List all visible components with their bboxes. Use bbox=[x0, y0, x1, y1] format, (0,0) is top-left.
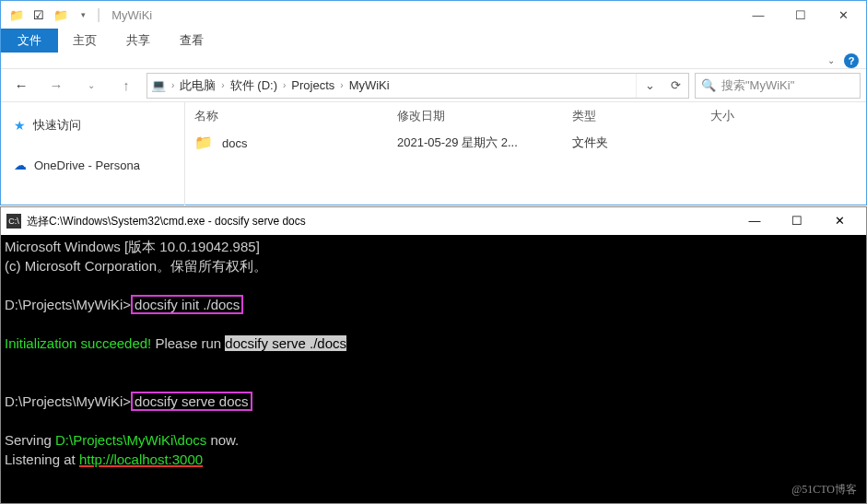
crumb-projects[interactable]: Projects bbox=[291, 78, 334, 92]
url-link[interactable]: http://localhost:3000 bbox=[79, 451, 203, 467]
highlighted-text: docsify serve ./docs bbox=[225, 335, 346, 351]
folder-icon: 📁 bbox=[6, 5, 27, 25]
watermark: @51CTO博客 bbox=[791, 482, 857, 498]
window-controls: — ☐ ✕ bbox=[737, 1, 864, 29]
maximize-button[interactable]: ☐ bbox=[776, 207, 818, 235]
line: now. bbox=[206, 432, 239, 448]
search-icon: 🔍 bbox=[701, 78, 716, 92]
tab-home[interactable]: 主页 bbox=[58, 29, 111, 53]
prompt: D:\Projects\MyWiKi> bbox=[5, 297, 131, 312]
window-title: MyWiKi bbox=[100, 8, 152, 22]
highlighted-command: docsify serve docs bbox=[131, 392, 252, 411]
minimize-button[interactable]: — bbox=[733, 207, 776, 235]
explorer-titlebar: 📁 ☑ 📁 ▾ | MyWiKi — ☐ ✕ bbox=[1, 1, 866, 29]
nav-pane: ★ 快速访问 ☁ OneDrive - Persona bbox=[1, 102, 185, 205]
col-size[interactable]: 大小 bbox=[710, 108, 803, 124]
cell-type: 文件夹 bbox=[572, 135, 710, 151]
cloud-icon: ☁ bbox=[14, 158, 27, 172]
file-explorer-window: 📁 ☑ 📁 ▾ | MyWiKi — ☐ ✕ 文件 主页 共享 查看 ⌄ ? ←… bbox=[0, 0, 867, 205]
quick-access-toolbar: 📁 ☑ 📁 ▾ bbox=[3, 5, 97, 25]
crumb-drive[interactable]: 软件 (D:) bbox=[230, 77, 277, 94]
success-text: Initialization succeeded! bbox=[5, 335, 151, 351]
cell-name: 📁docs bbox=[194, 134, 397, 151]
window-controls: — ☐ ✕ bbox=[733, 207, 861, 235]
sidebar-item-quick-access[interactable]: ★ 快速访问 bbox=[1, 111, 184, 139]
highlighted-command: docsify init ./docs bbox=[131, 295, 243, 314]
search-placeholder: 搜索"MyWiKi" bbox=[721, 77, 794, 94]
breadcrumb: 💻 › 此电脑 › 软件 (D:) › Projects › MyWiKi bbox=[147, 77, 636, 94]
close-button[interactable]: ✕ bbox=[818, 207, 861, 235]
tab-share[interactable]: 共享 bbox=[111, 29, 165, 53]
sidebar-item-label: 快速访问 bbox=[33, 117, 81, 134]
recent-dropdown[interactable]: ⌄ bbox=[76, 73, 106, 99]
crumb-pc[interactable]: 此电脑 bbox=[180, 77, 216, 94]
column-headers: 名称 修改日期 类型 大小 bbox=[185, 102, 866, 130]
cmd-window: C:\ 选择C:\Windows\System32\cmd.exe - docs… bbox=[0, 206, 867, 504]
line: Listening at bbox=[5, 451, 79, 467]
cmd-title: 选择C:\Windows\System32\cmd.exe - docsify … bbox=[27, 214, 306, 229]
pc-icon: 💻 bbox=[151, 78, 166, 92]
qat-dropdown-icon[interactable]: ▾ bbox=[73, 5, 93, 25]
prompt: D:\Projects\MyWiKi> bbox=[5, 393, 131, 409]
up-button[interactable]: ↑ bbox=[111, 73, 141, 99]
col-type[interactable]: 类型 bbox=[572, 108, 710, 124]
chevron-right-icon: › bbox=[336, 80, 346, 90]
address-bar[interactable]: 💻 › 此电脑 › 软件 (D:) › Projects › MyWiKi ⌄ … bbox=[146, 73, 689, 99]
star-icon: ★ bbox=[14, 118, 26, 133]
maximize-button[interactable]: ☐ bbox=[779, 1, 822, 29]
ribbon-toolbar: ⌄ ? bbox=[1, 53, 866, 69]
chevron-right-icon: › bbox=[279, 80, 289, 90]
address-controls: ⌄ ⟳ bbox=[636, 74, 688, 98]
ribbon-tabs: 文件 主页 共享 查看 bbox=[1, 29, 866, 53]
line: (c) Microsoft Corporation。保留所有权利。 bbox=[5, 258, 267, 274]
line: Please run bbox=[151, 335, 225, 351]
explorer-content: ★ 快速访问 ☁ OneDrive - Persona 名称 修改日期 类型 大… bbox=[1, 102, 866, 205]
chevron-right-icon: › bbox=[168, 80, 178, 90]
cell-date: 2021-05-29 星期六 2... bbox=[397, 135, 572, 151]
cmd-icon: C:\ bbox=[6, 214, 21, 229]
minimize-button[interactable]: — bbox=[737, 1, 779, 29]
help-icon[interactable]: ? bbox=[844, 53, 859, 68]
refresh-button[interactable]: ⟳ bbox=[662, 74, 688, 98]
sidebar-item-label: OneDrive - Persona bbox=[34, 158, 140, 172]
folder-icon: 📁 bbox=[194, 135, 213, 150]
table-row[interactable]: 📁docs 2021-05-29 星期六 2... 文件夹 bbox=[185, 130, 866, 155]
back-button[interactable]: ← bbox=[6, 73, 36, 99]
navigation-bar: ← → ⌄ ↑ 💻 › 此电脑 › 软件 (D:) › Projects › M… bbox=[1, 69, 866, 102]
folder-small-icon[interactable]: 📁 bbox=[51, 5, 71, 25]
close-button[interactable]: ✕ bbox=[822, 1, 864, 29]
tab-view[interactable]: 查看 bbox=[165, 29, 218, 53]
tab-file[interactable]: 文件 bbox=[1, 29, 58, 53]
path-text: D:\Projects\MyWiKi\docs bbox=[55, 432, 206, 448]
crumb-mywiki[interactable]: MyWiKi bbox=[349, 78, 390, 92]
cmd-titlebar: C:\ 选择C:\Windows\System32\cmd.exe - docs… bbox=[1, 207, 866, 235]
terminal-output[interactable]: Microsoft Windows [版本 10.0.19042.985] (c… bbox=[1, 235, 866, 471]
address-dropdown-icon[interactable]: ⌄ bbox=[637, 74, 662, 98]
forward-button[interactable]: → bbox=[41, 73, 71, 99]
line: Serving bbox=[5, 432, 55, 448]
col-date[interactable]: 修改日期 bbox=[397, 108, 572, 124]
checkbox-icon[interactable]: ☑ bbox=[29, 5, 49, 25]
line: Microsoft Windows [版本 10.0.19042.985] bbox=[5, 239, 260, 254]
file-list: 名称 修改日期 类型 大小 📁docs 2021-05-29 星期六 2... … bbox=[185, 102, 866, 205]
chevron-right-icon: › bbox=[217, 80, 228, 90]
search-input[interactable]: 🔍 搜索"MyWiKi" bbox=[695, 73, 861, 99]
col-name[interactable]: 名称 bbox=[194, 108, 397, 124]
collapse-ribbon-icon[interactable]: ⌄ bbox=[827, 55, 835, 65]
sidebar-item-onedrive[interactable]: ☁ OneDrive - Persona bbox=[1, 152, 184, 178]
